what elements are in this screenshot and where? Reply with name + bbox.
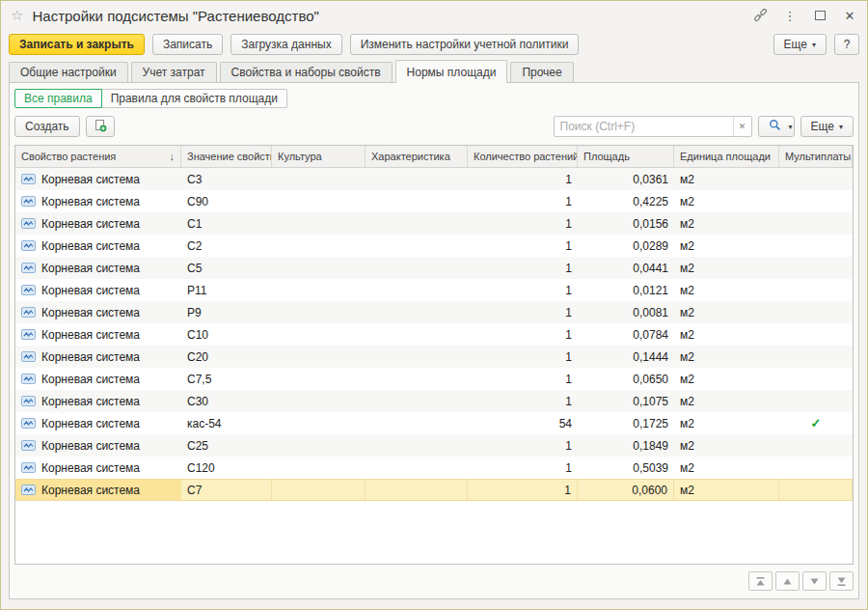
scroll-to-bottom-button[interactable]	[829, 571, 854, 591]
cell-quantity: 1	[468, 346, 578, 368]
cell-culture	[272, 323, 366, 346]
cell-culture	[272, 212, 366, 235]
more-button-top[interactable]: Еще▾	[773, 34, 827, 55]
column-header-property-value[interactable]: Значение свойства	[181, 146, 272, 167]
cell-multiplates	[779, 390, 853, 412]
cell-culture	[272, 346, 366, 368]
title-bar: ☆ Настройки подсистемы "Растениеводство"…	[1, 1, 867, 30]
column-header-multiplates[interactable]: Мультиплаты	[779, 146, 853, 167]
cell-multiplates	[779, 301, 853, 323]
cell-area: 0,1444	[578, 346, 674, 368]
column-header-characteristic[interactable]: Характеристика	[366, 146, 468, 167]
cell-area: 0,0441	[578, 257, 674, 279]
search-options-button[interactable]: ▾	[758, 116, 795, 137]
column-header-area[interactable]: Площадь	[578, 146, 674, 167]
table-row[interactable]: Корневая системаС9010,4225м2	[15, 190, 853, 212]
search-input[interactable]	[555, 117, 733, 136]
column-header-culture[interactable]: Культура	[272, 146, 366, 167]
table-row[interactable]: Корневая системаС1010,0784м2	[15, 323, 853, 346]
tab-other[interactable]: Прочее	[510, 62, 573, 82]
plant-property-icon	[21, 351, 36, 362]
tab-general-settings[interactable]: Общие настройки	[9, 62, 128, 82]
cell-area: 0,0289	[578, 235, 674, 257]
cell-property-value: С10	[181, 323, 272, 346]
cell-multiplates	[779, 457, 853, 479]
cell-area-unit: м2	[674, 301, 779, 323]
create-by-copy-button[interactable]	[86, 116, 115, 137]
table-body: Корневая системаС310,0361м2Корневая сист…	[15, 168, 853, 564]
more-button-list[interactable]: Еще▾	[800, 116, 854, 137]
search-clear-icon[interactable]: ✕	[733, 117, 751, 136]
table-row[interactable]: Корневая системаС12010,5039м2	[15, 457, 853, 479]
close-icon[interactable]: ✕	[842, 8, 857, 23]
save-button[interactable]: Записать	[152, 34, 223, 55]
cell-property-value: С5	[181, 257, 272, 279]
cell-multiplates	[779, 279, 853, 301]
scroll-to-top-button[interactable]	[748, 571, 773, 591]
area-norms-panel: Все правила Правила для свойств площади …	[9, 82, 859, 599]
copy-document-icon	[94, 119, 107, 135]
favorite-star-icon[interactable]: ☆	[11, 7, 23, 24]
cell-plant-property: Корневая система	[15, 301, 181, 323]
cell-multiplates	[779, 480, 853, 500]
toggle-all-rules[interactable]: Все правила	[14, 89, 102, 108]
cell-quantity: 1	[468, 323, 578, 346]
cell-culture	[272, 434, 366, 457]
cell-property-value: С1	[181, 212, 272, 235]
table-row[interactable]: Корневая системаС510,0441м2	[15, 257, 853, 279]
toggle-area-property-rules[interactable]: Правила для свойств площади	[101, 89, 287, 108]
cell-culture	[272, 257, 366, 279]
cell-characteristic	[366, 301, 468, 323]
copy-link-icon[interactable]	[752, 8, 768, 23]
table-row[interactable]: Корневая системаС310,0361м2	[15, 168, 853, 190]
create-button[interactable]: Создать	[14, 116, 80, 137]
cell-quantity: 1	[468, 457, 578, 479]
cell-quantity: 1	[468, 301, 578, 323]
cell-area-unit: м2	[674, 235, 779, 257]
plant-property-icon	[21, 462, 36, 473]
cell-area: 0,1725	[578, 412, 674, 434]
table-row[interactable]: Корневая системаС110,0156м2	[15, 212, 853, 235]
cell-multiplates	[779, 168, 853, 190]
cell-characteristic	[366, 212, 468, 235]
tab-area-norms[interactable]: Нормы площади	[395, 60, 508, 83]
cell-property-value: С25	[181, 434, 272, 457]
cell-quantity: 1	[468, 279, 578, 301]
scroll-up-button[interactable]	[775, 571, 800, 591]
scroll-down-button[interactable]	[802, 571, 827, 591]
column-header-plant-property[interactable]: Свойство растения↓	[15, 146, 181, 167]
table-row[interactable]: Корневая системаС3010,1075м2	[15, 390, 853, 412]
plant-property-icon	[21, 196, 36, 207]
cell-culture	[272, 457, 366, 479]
table-row[interactable]: Корневая системаР910,0081м2	[15, 301, 853, 323]
window-menu-icon[interactable]: ⋮	[782, 8, 798, 23]
cell-multiplates	[779, 190, 853, 212]
cell-area: 0,1849	[578, 434, 674, 457]
table-row[interactable]: Корневая системаС2510,1849м2	[15, 434, 853, 457]
table-row[interactable]: Корневая системаС710,0600м2	[15, 479, 853, 501]
cell-culture	[272, 279, 366, 301]
save-and-close-button[interactable]: Записать и закрыть	[9, 34, 145, 55]
cell-area-unit: м2	[674, 390, 779, 412]
maximize-icon[interactable]	[812, 8, 827, 23]
edit-policy-button[interactable]: Изменить настройки учетной политики	[350, 34, 580, 55]
load-data-button[interactable]: Загрузка данных	[231, 34, 341, 55]
tab-properties-sets[interactable]: Свойства и наборы свойств	[220, 62, 393, 82]
table-row[interactable]: Корневая системаС2010,1444м2	[15, 346, 853, 368]
plant-property-icon	[21, 396, 36, 406]
cell-area-unit: м2	[674, 346, 779, 368]
column-header-area-unit[interactable]: Единица площади	[674, 146, 779, 167]
cell-characteristic	[366, 390, 468, 412]
cell-characteristic	[366, 434, 468, 457]
tab-cost-accounting[interactable]: Учет затрат	[131, 62, 217, 82]
column-header-plant-quantity[interactable]: Количество растений	[468, 146, 578, 167]
table-row[interactable]: Корневая системаР1110,0121м2	[15, 279, 853, 301]
cell-culture	[272, 480, 366, 500]
cell-characteristic	[366, 346, 468, 368]
table-row[interactable]: Корневая системакас-54540,1725м2✓	[15, 412, 853, 434]
cell-area: 0,0600	[578, 480, 674, 500]
plant-property-icon	[21, 240, 36, 251]
help-button[interactable]: ?	[834, 34, 859, 55]
table-row[interactable]: Корневая системаС7,510,0650м2	[15, 368, 853, 390]
table-row[interactable]: Корневая системаС210,0289м2	[15, 235, 853, 257]
